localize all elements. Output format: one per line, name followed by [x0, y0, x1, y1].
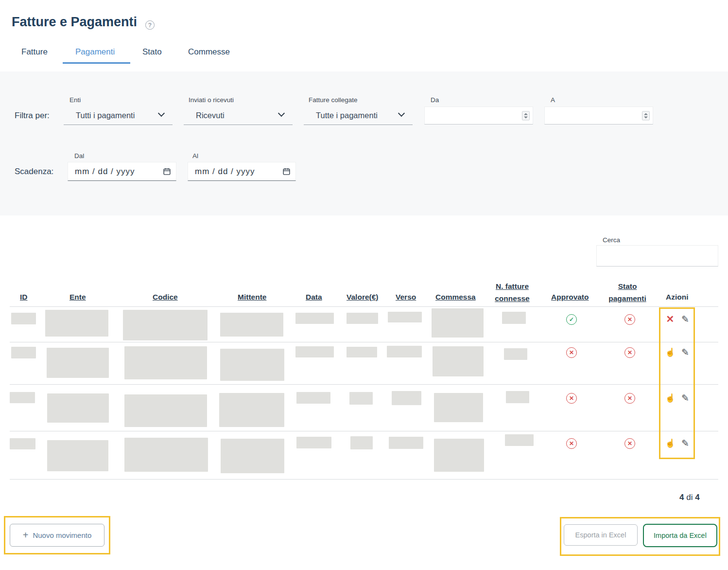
divider [10, 479, 718, 480]
al-date-placeholder: mm / dd / yyyy [195, 167, 255, 177]
placeholder-n-fatture [504, 348, 527, 360]
filtra-per-label: Filtra per: [15, 111, 50, 121]
placeholder-ente [47, 393, 109, 423]
approve-hand-icon[interactable]: ☝ [665, 392, 675, 404]
a-label: A [551, 96, 555, 104]
approve-hand-icon[interactable]: ☝ [665, 346, 675, 358]
filter-section [0, 71, 728, 215]
chevron-down-icon [278, 110, 285, 117]
divider [10, 431, 718, 431]
column-header-n-fatture-connesse[interactable]: N. fatture connesse [490, 281, 535, 305]
edit-pencil-icon[interactable]: ✎ [680, 313, 690, 325]
nuovo-movimento-button[interactable]: + Nuovo movimento [10, 524, 104, 547]
placeholder-codice [123, 310, 208, 340]
placeholder-codice [124, 346, 207, 379]
delete-icon[interactable]: ✕ [665, 314, 675, 324]
column-header-azioni: Azioni [666, 293, 689, 302]
column-header-commessa[interactable]: Commessa [435, 293, 476, 302]
stato-pagamenti-x-icon: ✕ [624, 438, 635, 449]
tab-pagamenti[interactable]: Pagamenti [75, 47, 115, 57]
highlight-azioni-column [659, 307, 695, 459]
chevron-down-icon [158, 110, 165, 117]
stato-pagamenti-x-icon: ✕ [624, 393, 635, 404]
placeholder-ente [47, 348, 109, 378]
nuovo-movimento-label: Nuovo movimento [33, 531, 91, 539]
placeholder-verso [388, 312, 422, 322]
column-header-ente[interactable]: Ente [69, 293, 86, 302]
placeholder-mittente [219, 393, 284, 427]
placeholder-n-fatture [502, 312, 526, 324]
placeholder-n-fatture [506, 391, 529, 403]
stato-pagamenti-x-icon: ✕ [624, 314, 635, 325]
search-field [596, 245, 718, 267]
placeholder-data [295, 313, 334, 324]
column-header-codice[interactable]: Codice [153, 293, 178, 302]
fatture-pagamenti-page: Fatture e Pagamenti ? Fatture Pagamenti … [0, 0, 728, 570]
da-label: Da [431, 96, 439, 104]
placeholder-valore [347, 347, 377, 357]
tab-fatture[interactable]: Fatture [21, 47, 48, 57]
placeholder-ente [47, 440, 108, 471]
number-stepper-icon[interactable] [522, 111, 530, 120]
column-header-id[interactable]: ID [20, 293, 28, 302]
placeholder-id [11, 347, 36, 358]
chevron-down-icon [398, 110, 405, 117]
approve-hand-icon[interactable]: ☝ [665, 437, 675, 449]
placeholder-ente [45, 310, 108, 337]
placeholder-codice [124, 438, 208, 472]
column-header-stato-pagamenti[interactable]: Stato pagamenti [607, 281, 648, 305]
number-stepper-icon[interactable] [642, 111, 650, 120]
approvato-check-icon: ✓ [566, 314, 577, 325]
placeholder-mittente [220, 313, 283, 337]
column-header-valore[interactable]: Valore(€) [347, 293, 378, 302]
column-header-mittente[interactable]: Mittente [238, 293, 266, 302]
divider [10, 306, 718, 307]
placeholder-data [295, 346, 334, 357]
tab-stato[interactable]: Stato [142, 47, 162, 57]
approvato-x-icon: ✕ [566, 347, 577, 358]
edit-pencil-icon[interactable]: ✎ [680, 437, 690, 449]
placeholder-data [296, 437, 331, 448]
a-input[interactable] [544, 107, 653, 125]
placeholder-mittente [220, 349, 284, 381]
column-header-data[interactable]: Data [306, 293, 322, 302]
dal-date-input[interactable]: mm / dd / yyyy [68, 162, 176, 181]
inviati-o-ricevuti-select[interactable]: Ricevuti [184, 107, 293, 125]
fatture-collegate-select-value: Tutte i pagamenti [316, 111, 378, 120]
dal-label: Dal [74, 152, 84, 160]
calendar-icon[interactable] [163, 167, 171, 178]
al-date-input[interactable]: mm / dd / yyyy [188, 162, 296, 181]
placeholder-id [10, 392, 35, 403]
column-header-verso[interactable]: Verso [396, 293, 416, 302]
placeholder-codice [124, 394, 207, 427]
placeholder-verso [389, 437, 423, 449]
dal-date-placeholder: mm / dd / yyyy [75, 167, 135, 177]
tab-commesse[interactable]: Commesse [188, 47, 230, 57]
importa-excel-button[interactable]: Importa da Excel [643, 524, 717, 547]
plus-icon: + [23, 530, 29, 541]
help-icon[interactable]: ? [145, 20, 155, 30]
enti-select[interactable]: Tutti i pagamenti [64, 107, 173, 125]
placeholder-id [11, 313, 36, 324]
search-input[interactable] [597, 246, 718, 266]
fatture-collegate-select[interactable]: Tutte i pagamenti [304, 107, 413, 125]
pagination-total: 4 [695, 493, 699, 502]
placeholder-mittente [221, 439, 284, 473]
al-label: Al [192, 152, 198, 160]
edit-pencil-icon[interactable]: ✎ [680, 392, 690, 404]
calendar-icon[interactable] [282, 167, 291, 178]
page-title: Fatture e Pagamenti [12, 15, 137, 30]
edit-pencil-icon[interactable]: ✎ [680, 346, 690, 358]
column-header-approvato[interactable]: Approvato [551, 293, 589, 302]
esporta-excel-label: Esporta in Excel [575, 531, 626, 539]
divider [10, 342, 718, 342]
enti-label: Enti [69, 96, 81, 104]
da-input[interactable] [424, 107, 533, 125]
cerca-label: Cerca [603, 236, 620, 244]
approvato-x-icon: ✕ [566, 438, 577, 449]
scadenza-label: Scadenza: [15, 167, 53, 177]
placeholder-valore [349, 392, 373, 405]
esporta-excel-button[interactable]: Esporta in Excel [564, 524, 638, 546]
placeholder-valore [347, 313, 378, 324]
placeholder-verso [392, 391, 421, 405]
